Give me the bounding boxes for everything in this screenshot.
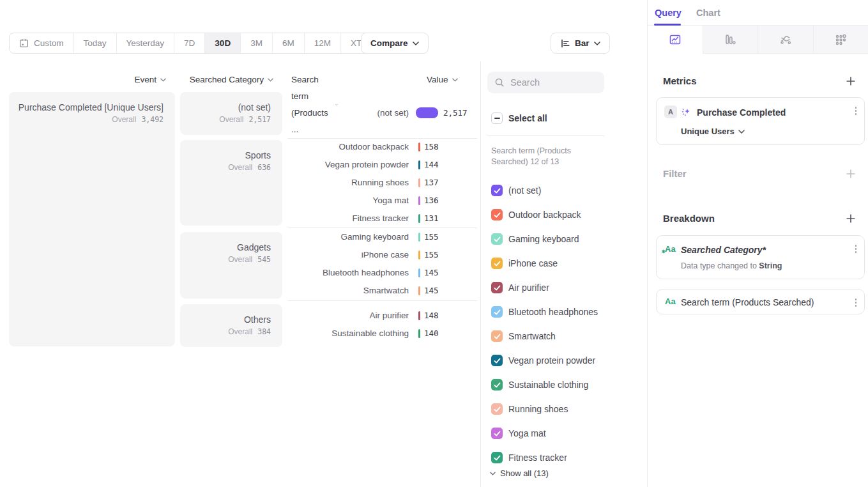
compare-button[interactable]: Compare <box>361 33 429 54</box>
date-12m-button[interactable]: 12M <box>304 33 340 53</box>
date-30d-button[interactable]: 30D <box>204 33 240 53</box>
legend-item[interactable]: iPhone case <box>491 251 598 275</box>
checkmark-icon <box>494 358 501 364</box>
select-all-checkbox[interactable] <box>491 112 503 124</box>
calendar-icon <box>19 38 29 48</box>
legend-item[interactable]: Air purifier <box>491 275 598 300</box>
checkbox-checked[interactable] <box>491 428 503 439</box>
checkmark-icon <box>494 431 501 437</box>
value-bar <box>418 178 420 187</box>
metric-card[interactable]: A Purchase Completed Unique Users <box>656 97 865 145</box>
measure-dropdown[interactable]: Unique Users <box>681 127 745 136</box>
category-cell: Gadgets Overall545 <box>180 232 282 298</box>
search-icon <box>494 77 505 88</box>
tab-retention[interactable] <box>813 26 868 54</box>
checkbox-checked[interactable] <box>491 330 503 342</box>
legend-item[interactable]: Smartwatch <box>491 324 598 348</box>
dots-grid-icon <box>834 33 848 47</box>
chevron-down-icon <box>490 472 496 475</box>
legend-item[interactable]: Gaming keyboard <box>491 227 598 251</box>
date-7d-button[interactable]: 7D <box>174 33 204 53</box>
legend-item[interactable]: Bluetooth headphones <box>491 300 598 324</box>
value-bar <box>418 143 420 151</box>
group-divider <box>287 228 477 228</box>
tab-chart[interactable]: Chart <box>696 0 720 26</box>
checkbox-checked[interactable] <box>491 282 503 293</box>
search-input[interactable] <box>510 77 593 88</box>
legend-item[interactable]: Sustainable clothing <box>491 373 598 397</box>
metric-menu-button[interactable] <box>855 107 857 115</box>
breakdown-menu-button[interactable] <box>855 245 857 253</box>
legend-item[interactable]: (not set) <box>491 178 598 203</box>
checkbox-checked[interactable] <box>491 355 503 366</box>
add-metric-button[interactable] <box>846 77 855 86</box>
table-row: Vegan protein powder144 <box>287 156 479 174</box>
date-range-label: Custom <box>34 38 64 48</box>
breakdown-property-name: Searched Category* <box>681 244 766 256</box>
tab-insights[interactable] <box>648 26 703 54</box>
value-bar <box>418 214 420 223</box>
tab-flows[interactable] <box>758 26 813 54</box>
metrics-section-title: Metrics <box>663 75 697 86</box>
legend-search <box>487 72 604 93</box>
column-header-event[interactable]: Event <box>9 72 166 88</box>
date-today-button[interactable]: Today <box>73 33 116 53</box>
indeterminate-dash-icon <box>494 118 500 119</box>
plus-icon <box>846 169 855 178</box>
legend-item[interactable]: Yoga mat <box>491 421 598 445</box>
date-custom-button[interactable]: Custom <box>10 33 73 53</box>
tab-query[interactable]: Query <box>655 0 681 26</box>
chevron-down-icon <box>452 78 458 82</box>
value-bar <box>418 311 420 320</box>
checkbox-checked[interactable] <box>491 185 503 196</box>
table-row: Smartwatch145 <box>287 282 479 300</box>
table-row: Gaming keyboard155 <box>287 228 479 246</box>
checkmark-icon <box>494 261 501 267</box>
checkbox-checked[interactable] <box>491 209 503 220</box>
metric-letter-badge: A <box>664 105 677 118</box>
checkbox-checked[interactable] <box>491 258 503 269</box>
column-header-searched-category[interactable]: Searched Category <box>180 72 273 88</box>
insights-chart-icon <box>668 33 682 47</box>
column-header-value[interactable]: Value <box>427 72 458 88</box>
legend-divider <box>487 135 604 136</box>
table-row: Air purifier148 <box>287 307 479 325</box>
checkbox-checked[interactable] <box>491 233 503 245</box>
metric-event-name: Purchase Completed <box>697 106 786 119</box>
checkbox-checked[interactable] <box>491 379 503 390</box>
checkmark-icon <box>494 212 501 218</box>
value-bar <box>418 251 420 259</box>
date-6m-button[interactable]: 6M <box>272 33 304 53</box>
chevron-down-icon <box>738 130 745 134</box>
value-bar <box>418 329 420 338</box>
string-property-icon: Aa <box>665 297 676 307</box>
add-filter-button[interactable] <box>846 169 855 178</box>
date-yesterday-button[interactable]: Yesterday <box>116 33 174 53</box>
legend-item[interactable]: Vegan protein powder <box>491 348 598 373</box>
legend-item[interactable]: Outdoor backpack <box>491 203 598 227</box>
tab-funnels[interactable] <box>703 26 758 54</box>
value-bar <box>418 286 420 295</box>
breakdown-card-search-term[interactable]: Aa Search term (Products Searched) <box>656 289 865 314</box>
modified-asterisk-icon: ✱ <box>662 247 666 257</box>
checkmark-icon <box>494 406 501 412</box>
table-row: Sustainable clothing140 <box>287 325 479 343</box>
select-all-row[interactable]: Select all <box>491 112 547 124</box>
breakdown-menu-button[interactable] <box>855 298 857 307</box>
flows-icon <box>779 33 793 47</box>
add-breakdown-button[interactable] <box>846 214 855 223</box>
value-bar <box>418 196 420 205</box>
table-row: iPhone case155 <box>287 246 479 264</box>
checkmark-icon <box>494 334 501 339</box>
legend-item[interactable]: Fitness tracker <box>491 445 598 470</box>
checkbox-checked[interactable] <box>491 306 503 318</box>
date-3m-button[interactable]: 3M <box>240 33 272 53</box>
string-property-icon: Aa✱ <box>665 244 676 254</box>
checkbox-checked[interactable] <box>491 452 503 463</box>
legend-item[interactable]: Running shoes <box>491 397 598 421</box>
checkbox-checked[interactable] <box>491 403 503 415</box>
breakdown-card-searched-category[interactable]: Aa✱ Searched Category* Data type changed… <box>656 235 865 279</box>
show-all-toggle[interactable]: Show all (13) <box>490 468 549 478</box>
term-rows-group: (not set) 2,517 <box>287 104 479 122</box>
checkmark-icon <box>494 236 501 242</box>
